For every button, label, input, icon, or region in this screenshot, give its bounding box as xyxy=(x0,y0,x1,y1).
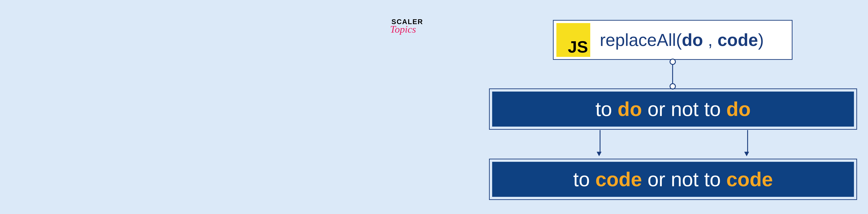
input-text: to do or not to do xyxy=(493,98,854,120)
output-text: to code or not to code xyxy=(493,168,854,191)
output-word2: or not to xyxy=(648,168,721,190)
connector-circle-top xyxy=(670,59,676,65)
func-arg2: code xyxy=(717,30,758,49)
input-word1: to xyxy=(595,98,612,120)
logo-topics-text: Topics xyxy=(390,26,423,33)
output-box-container: to code or not to code xyxy=(489,159,857,200)
scaler-topics-logo: SCALER Topics xyxy=(392,18,423,33)
function-header-box: JS replaceAll(do , code) xyxy=(553,20,793,60)
input-box-container: to do or not to do xyxy=(489,88,857,130)
output-highlight2: code xyxy=(726,168,773,190)
js-badge: JS xyxy=(556,23,590,57)
input-text-box: to do or not to do xyxy=(492,92,854,127)
input-highlight2: do xyxy=(726,98,751,120)
function-call-text: replaceAll(do , code) xyxy=(600,30,764,50)
output-highlight1: code xyxy=(595,168,642,190)
output-text-box: to code or not to code xyxy=(492,162,854,197)
input-highlight1: do xyxy=(618,98,642,120)
input-word2: or not to xyxy=(648,98,721,120)
connector-line xyxy=(672,64,673,85)
js-badge-text: JS xyxy=(568,39,588,55)
arrow-left xyxy=(598,130,601,156)
arrow-right xyxy=(746,130,749,156)
func-arg1: do xyxy=(682,30,703,49)
func-separator: , xyxy=(703,30,717,49)
output-word1: to xyxy=(573,168,590,190)
func-name: replaceAll xyxy=(600,30,676,49)
